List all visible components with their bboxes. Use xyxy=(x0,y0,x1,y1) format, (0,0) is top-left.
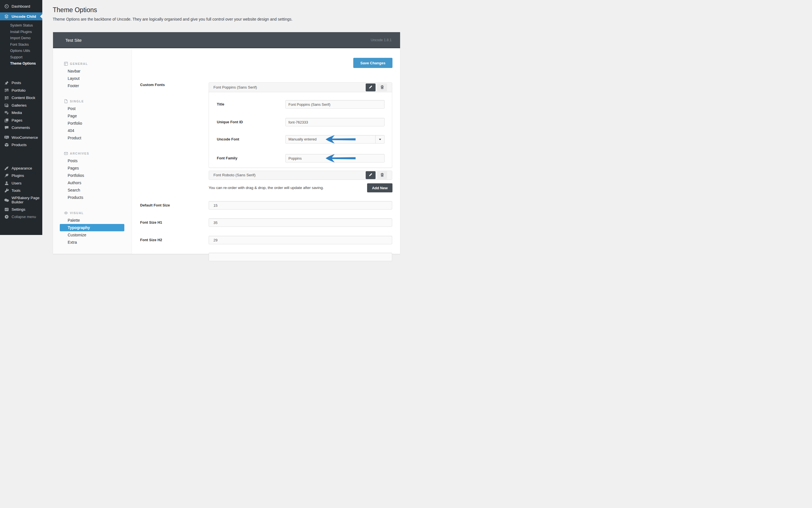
brush-icon xyxy=(4,166,9,170)
sidebar-item-galleries[interactable]: Galleries xyxy=(0,101,42,109)
sliders-icon xyxy=(4,207,9,212)
uncode-version: Uncode 1.8.1 xyxy=(371,32,392,48)
font-family-input[interactable] xyxy=(285,154,385,163)
subnav-item-authors-archive[interactable]: Authors xyxy=(53,179,132,186)
subnav-section-visual: VISUAL Palette Typography Customize Extr… xyxy=(53,210,132,246)
chevron-down-icon xyxy=(379,139,381,140)
submenu-item-system-status[interactable]: System Status xyxy=(0,22,42,29)
subnav-item-footer[interactable]: Footer xyxy=(53,82,132,89)
submenu-item-theme-options[interactable]: Theme Options xyxy=(0,60,42,67)
sidebar-item-wpbakery[interactable]: WPBakery Page Builder xyxy=(0,194,42,206)
subnav-item-products-archive[interactable]: Products xyxy=(53,194,132,201)
font-group-title: Font Poppins (Sans Serif) xyxy=(214,83,257,92)
subnav-item-extra[interactable]: Extra xyxy=(53,239,132,246)
uncode-font-selected-value: Manually entered xyxy=(288,135,317,143)
save-changes-button[interactable]: Save Changes xyxy=(353,58,393,68)
package-icon xyxy=(4,143,9,147)
default-font-size-input[interactable] xyxy=(209,201,392,210)
sidebar-item-comments[interactable]: Comments xyxy=(0,124,42,132)
next-size-input[interactable] xyxy=(209,253,392,254)
submenu-item-font-stacks[interactable]: Font Stacks xyxy=(0,41,42,48)
subnav-item-posts-archive[interactable]: Posts xyxy=(53,157,132,164)
sidebar-item-media[interactable]: Media xyxy=(0,109,42,117)
sidebar-item-posts[interactable]: Posts xyxy=(0,79,42,87)
user-icon xyxy=(4,181,9,185)
subnav-item-customize[interactable]: Customize xyxy=(53,231,132,239)
unique-font-id-input[interactable] xyxy=(285,118,385,126)
subnav-item-page[interactable]: Page xyxy=(53,112,132,120)
subnav-item-palette[interactable]: Palette xyxy=(53,217,132,224)
page-title: Theme Options xyxy=(53,6,391,14)
submenu-item-options-utils[interactable]: Options Utils xyxy=(0,48,42,54)
subnav-item-portfolio[interactable]: Portfolio xyxy=(53,120,132,127)
subnav-section-archives: ARCHIVES Posts Pages Portfolios Authors … xyxy=(53,151,132,201)
sidebar-item-woocommerce[interactable]: Woo WooCommerce xyxy=(0,134,42,141)
uncode-font-label: Uncode Font xyxy=(217,135,282,143)
font-size-h2-label: Font Size H2 xyxy=(140,236,205,244)
font-group-header[interactable]: Font Poppins (Sans Serif) xyxy=(209,83,392,92)
subnav-section-title: VISUAL xyxy=(70,211,84,215)
subnav-section-title: SINGLE xyxy=(70,99,84,103)
sidebar-item-plugins[interactable]: Plugins xyxy=(0,172,42,180)
font-group-title: Font Roboto (Sans Serif) xyxy=(214,171,256,179)
sidebar-item-users[interactable]: Users xyxy=(0,179,42,187)
sidebar-separator xyxy=(0,67,42,79)
custom-fonts-label: Custom Fonts xyxy=(140,82,165,87)
panel-header: Test Site Uncode 1.8.1 xyxy=(53,32,400,48)
sidebar-item-appearance[interactable]: Appearance xyxy=(0,164,42,172)
subnav-item-pages-archive[interactable]: Pages xyxy=(53,164,132,172)
title-field-input[interactable] xyxy=(285,100,385,109)
font-size-h1-label: Font Size H1 xyxy=(140,218,205,227)
sidebar-item-content-block[interactable]: Content Block xyxy=(0,94,42,102)
sidebar-item-pages[interactable]: Pages xyxy=(0,117,42,124)
subnav-item-typography[interactable]: Typography xyxy=(60,224,124,231)
reorder-note: You can re-order with drag & drop, the o… xyxy=(209,183,324,193)
subnav-item-portfolios-archive[interactable]: Portfolios xyxy=(53,172,132,179)
sidebar-separator xyxy=(0,149,42,164)
submenu-item-support[interactable]: Support xyxy=(0,54,42,60)
delete-font-button[interactable] xyxy=(377,84,387,91)
collapse-menu-button[interactable]: Collapse menu xyxy=(0,213,42,221)
sidebar-item-settings[interactable]: Settings xyxy=(0,206,42,213)
subnav-item-navbar[interactable]: Navbar xyxy=(53,68,132,75)
edit-font-button[interactable] xyxy=(366,171,375,179)
uncode-font-select[interactable]: Manually entered xyxy=(285,135,385,143)
font-group-header[interactable]: Font Roboto (Sans Serif) xyxy=(209,171,392,179)
subnav-item-404[interactable]: 404 xyxy=(53,127,132,134)
sidebar-group-admin: Appearance Plugins Users Tools WPBakery … xyxy=(0,164,42,213)
subnav-item-post[interactable]: Post xyxy=(53,105,132,112)
sidebar-group-content: Posts Portfolio Content Block Galleries … xyxy=(0,79,42,132)
subnav-item-layout[interactable]: Layout xyxy=(53,75,132,82)
font-size-h1-input[interactable] xyxy=(209,218,392,227)
pin-icon xyxy=(4,81,9,85)
pencil-icon xyxy=(369,85,372,90)
font-group-poppins: Font Poppins (Sans Serif) Title Unique F… xyxy=(209,82,392,168)
subnav-section-general: GENERAL Navbar Layout Footer xyxy=(53,61,132,89)
dropdown-toggle[interactable] xyxy=(375,135,384,143)
add-new-button[interactable]: Add New xyxy=(367,183,393,193)
collapse-icon xyxy=(4,215,9,219)
options-subnav: GENERAL Navbar Layout Footer SINGLE Post… xyxy=(53,49,132,254)
edit-font-button[interactable] xyxy=(366,84,375,91)
sidebar-item-dashboard[interactable]: Dashboard xyxy=(0,2,42,10)
subnav-item-product[interactable]: Product xyxy=(53,134,132,141)
sidebar-item-portfolio[interactable]: Portfolio xyxy=(0,87,42,94)
font-group-roboto: Font Roboto (Sans Serif) xyxy=(209,171,392,180)
dashboard-icon xyxy=(4,4,9,8)
submenu-item-install-plugins[interactable]: Install Plugins xyxy=(0,29,42,35)
delete-font-button[interactable] xyxy=(377,171,387,179)
camera-icon xyxy=(4,111,9,115)
sidebar-separator xyxy=(0,131,42,134)
theme-options-panel: Test Site Uncode 1.8.1 GENERAL Navbar La… xyxy=(53,32,400,254)
bricks-icon xyxy=(4,96,9,100)
sidebar-item-products[interactable]: Products xyxy=(0,141,42,149)
pages-icon xyxy=(4,118,9,122)
sidebar-item-tools[interactable]: Tools xyxy=(0,187,42,195)
subnav-section-title: GENERAL xyxy=(70,62,88,66)
font-size-h2-input[interactable] xyxy=(209,236,392,244)
admin-sidebar: Dashboard Uncode Child System Status Ins… xyxy=(0,0,42,235)
unique-font-id-label: Unique Font ID xyxy=(217,118,282,126)
submenu-item-import-demo[interactable]: Import Demo xyxy=(0,35,42,41)
sidebar-item-uncode-child[interactable]: Uncode Child xyxy=(0,12,42,20)
subnav-item-search-archive[interactable]: Search xyxy=(53,186,132,194)
